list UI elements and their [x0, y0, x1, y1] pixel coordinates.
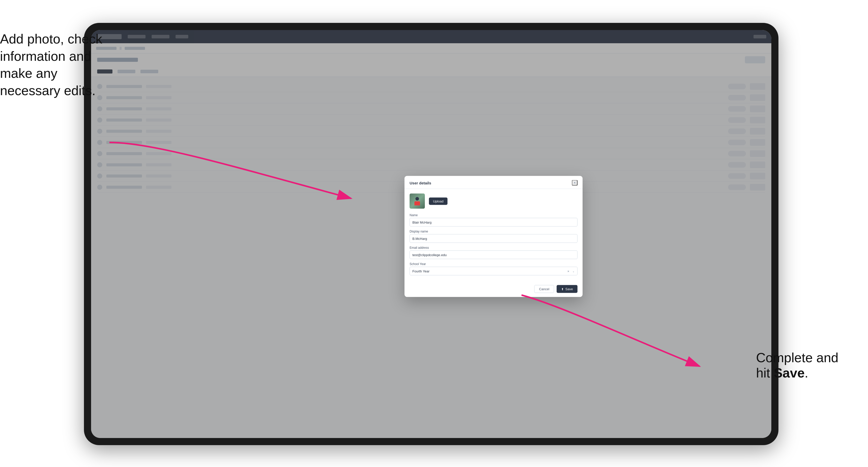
modal-header: User details ×	[404, 176, 583, 189]
tablet-frame: User details ×	[84, 23, 778, 445]
left-annotation-line1: Add photo, check	[0, 32, 102, 46]
left-annotation-line3: make any	[0, 66, 57, 81]
select-controls: × ⌄	[566, 269, 576, 273]
email-input[interactable]	[410, 251, 578, 259]
close-icon: ×	[574, 181, 576, 185]
save-icon: ⬆	[561, 287, 564, 291]
save-button[interactable]: ⬆ Save	[557, 285, 578, 293]
school-year-select-wrapper: × ⌄	[410, 267, 578, 276]
right-annotation-line2: hit	[756, 366, 774, 380]
upload-photo-button[interactable]: Upload	[429, 197, 447, 205]
school-year-label: School Year	[410, 262, 578, 266]
email-label: Email address	[410, 246, 578, 250]
email-field-group: Email address	[410, 246, 578, 259]
name-label: Name	[410, 213, 578, 217]
save-label: Save	[565, 287, 573, 291]
modal-body: Upload Name Display name Email addre	[404, 189, 583, 283]
modal-footer: Cancel ⬆ Save	[404, 283, 583, 297]
left-annotation-line2: information and	[0, 49, 91, 64]
school-year-input[interactable]	[410, 267, 578, 276]
person-body	[414, 201, 420, 205]
display-name-input[interactable]	[410, 234, 578, 243]
select-clear-icon[interactable]: ×	[566, 269, 570, 273]
modal-title: User details	[410, 181, 431, 185]
left-annotation-line4: necessary edits.	[0, 83, 96, 98]
modal-close-button[interactable]: ×	[572, 180, 578, 186]
person-silhouette	[414, 197, 420, 205]
modal-overlay: User details ×	[91, 30, 771, 438]
display-name-label: Display name	[410, 230, 578, 233]
photo-thumb-inner	[410, 193, 425, 209]
right-annotation-end: .	[805, 366, 808, 380]
right-annotation-line1: Complete and	[756, 350, 838, 365]
user-details-modal: User details ×	[404, 176, 583, 297]
right-annotation-bold: Save	[774, 366, 804, 380]
chevron-down-icon[interactable]: ⌄	[571, 269, 576, 273]
tablet-screen: User details ×	[91, 30, 771, 438]
photo-thumbnail	[410, 193, 425, 209]
display-name-field-group: Display name	[410, 230, 578, 243]
school-year-field-group: School Year × ⌄	[410, 262, 578, 276]
person-head	[415, 197, 419, 200]
photo-section: Upload	[410, 193, 578, 209]
name-input[interactable]	[410, 218, 578, 227]
name-field-group: Name	[410, 213, 578, 227]
left-annotation: Add photo, check information and make an…	[0, 31, 107, 99]
right-annotation: Complete and hit Save.	[756, 350, 863, 380]
cancel-button[interactable]: Cancel	[534, 285, 554, 293]
